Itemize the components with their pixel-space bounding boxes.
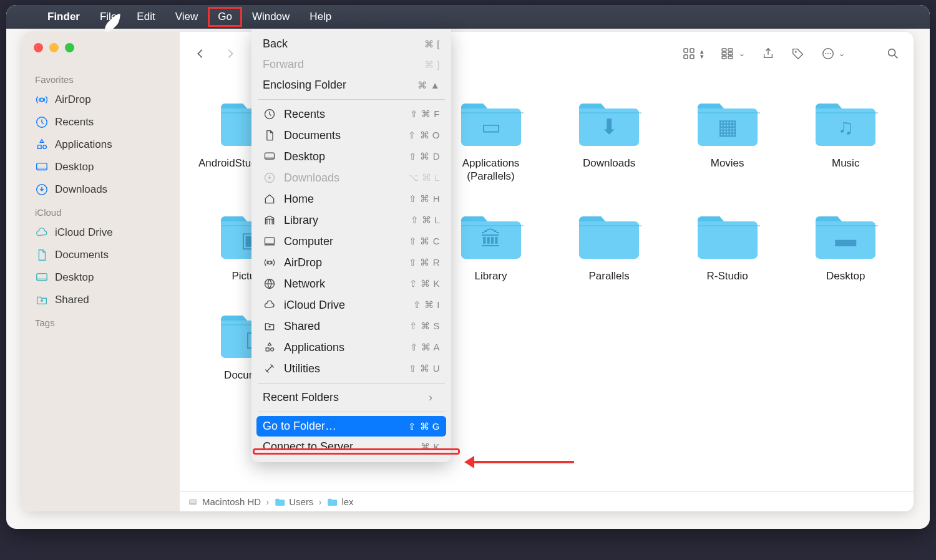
folder-item[interactable]: ▦Movies (678, 97, 777, 183)
chevron-right-icon: › (318, 496, 321, 507)
menu-app[interactable]: Finder (37, 7, 90, 27)
menu-shortcut: ⇧ ⌘ L (411, 215, 440, 226)
menu-item-recent-folders[interactable]: Recent Folders› (251, 387, 451, 408)
shared-icon (35, 293, 49, 307)
group-by-button[interactable]: ⌄ (720, 46, 745, 61)
path-segment[interactable]: Macintosh HD (187, 496, 261, 508)
menu-item-library[interactable]: Library⇧ ⌘ L (251, 210, 451, 231)
menu-item-home[interactable]: Home⇧ ⌘ H (251, 188, 451, 210)
folder-icon: ♫ (812, 97, 879, 150)
menu-item-label: Connect to Server… (263, 440, 413, 453)
view-mode-button[interactable]: ▴▾ (681, 46, 704, 61)
sidebar-item-shared[interactable]: Shared (29, 289, 173, 311)
sidebar-item-documents[interactable]: Documents (29, 244, 173, 266)
menu-shortcut: ⇧ ⌘ F (410, 109, 440, 120)
menu-view[interactable]: View (165, 7, 208, 27)
download-icon (35, 183, 49, 196)
folder-label: Movies (711, 157, 744, 170)
menu-item-icloud-drive[interactable]: iCloud Drive⇧ ⌘ I (251, 294, 451, 316)
menu-help[interactable]: Help (300, 7, 341, 27)
apps-icon (35, 138, 49, 152)
folder-icon: ▬ (812, 210, 879, 263)
menu-item-downloads[interactable]: Downloads⌥ ⌘ L (251, 167, 451, 188)
folder-item[interactable]: R-Studio (678, 210, 777, 282)
go-menu-dropdown: Back⌘ [Forward⌘ ]Enclosing Folder⌘ ▲Rece… (251, 29, 451, 462)
menu-window[interactable]: Window (242, 7, 300, 27)
back-button[interactable] (193, 47, 207, 60)
sidebar-item-airdrop[interactable]: AirDrop (29, 89, 173, 111)
folder-item[interactable]: Parallels (560, 210, 658, 282)
sidebar-item-desktop[interactable]: Desktop (29, 266, 173, 289)
path-segment[interactable]: Users (274, 496, 313, 508)
share-button[interactable] (761, 47, 775, 60)
menu-shortcut: ⇧ ⌘ O (408, 130, 440, 141)
airdrop-icon (35, 93, 49, 107)
desktop-icon (35, 160, 49, 174)
utilities-icon (263, 362, 276, 375)
menu-separator (258, 412, 445, 412)
sidebar-item-recents[interactable]: Recents (29, 111, 173, 133)
menu-shortcut: ⇧ ⌘ H (409, 193, 440, 205)
folder-item[interactable]: ⬇Downloads (560, 97, 658, 183)
menu-item-utilities[interactable]: Utilities⇧ ⌘ U (251, 358, 451, 379)
sidebar-item-downloads[interactable]: Downloads (29, 178, 173, 201)
apple-icon[interactable] (15, 10, 29, 24)
path-segment[interactable]: lex (326, 496, 353, 508)
download-icon (263, 171, 276, 185)
menu-shortcut: ⌘ ▲ (417, 80, 440, 91)
search-button[interactable] (886, 47, 900, 60)
sidebar-section-header: Favorites (29, 68, 173, 89)
menu-item-label: Recent Folders (263, 391, 421, 404)
shared-icon (263, 319, 276, 333)
menu-item-go-to-folder[interactable]: Go to Folder…⇧ ⌘ G (256, 416, 446, 437)
desktop-icon (263, 150, 276, 163)
menu-item-applications[interactable]: Applications⇧ ⌘ A (251, 337, 451, 358)
action-button[interactable]: ⌄ (821, 47, 845, 60)
folder-item[interactable]: ♫Music (796, 97, 895, 183)
sidebar-item-label: Downloads (55, 183, 107, 196)
menu-item-label: Network (284, 278, 402, 291)
home-icon (263, 192, 276, 206)
folder-label: Downloads (583, 157, 635, 170)
menu-item-desktop[interactable]: Desktop⇧ ⌘ D (251, 146, 451, 167)
menu-item-back[interactable]: Back⌘ [ (251, 34, 451, 54)
menu-item-documents[interactable]: Documents⇧ ⌘ O (251, 125, 451, 146)
close-button[interactable] (34, 43, 43, 52)
menu-item-label: Forward (263, 58, 417, 71)
menu-edit[interactable]: Edit (127, 7, 165, 27)
menu-item-network[interactable]: Network⇧ ⌘ K (251, 273, 451, 294)
folder-item[interactable]: ▬Desktop (796, 210, 895, 282)
traffic-lights (34, 43, 74, 52)
airdrop-icon (263, 256, 276, 269)
zoom-button[interactable] (65, 43, 74, 52)
forward-button[interactable] (223, 47, 237, 60)
sidebar-item-label: Recents (55, 116, 94, 128)
menu-shortcut: ⇧ ⌘ U (409, 363, 440, 374)
menu-item-recents[interactable]: Recents⇧ ⌘ F (251, 104, 451, 125)
menu-shortcut: ⌘ ] (424, 59, 440, 70)
menu-item-shared[interactable]: Shared⇧ ⌘ S (251, 316, 451, 337)
menu-shortcut: ⇧ ⌘ G (408, 421, 440, 432)
menu-item-enclosing-folder[interactable]: Enclosing Folder⌘ ▲ (251, 75, 451, 95)
folder-item[interactable]: ▭Applications (Parallels) (442, 97, 540, 183)
sidebar-item-desktop[interactable]: Desktop (29, 156, 173, 178)
menu-file[interactable]: File (90, 7, 127, 27)
sidebar-item-label: AirDrop (55, 94, 91, 106)
sidebar-item-icloud-drive[interactable]: iCloud Drive (29, 221, 173, 244)
menu-item-connect-to-server[interactable]: Connect to Server…⌘ K (251, 437, 451, 457)
document-icon (263, 128, 276, 142)
menu-go[interactable]: Go (208, 7, 242, 27)
menu-item-computer[interactable]: Computer⇧ ⌘ C (251, 231, 451, 252)
sidebar-item-applications[interactable]: Applications (29, 133, 173, 156)
menu-shortcut: ⇧ ⌘ A (410, 342, 440, 353)
clock-icon (35, 115, 49, 129)
menu-item-label: Home (284, 193, 401, 206)
folder-item[interactable]: 🏛Library (442, 210, 540, 282)
tags-button[interactable] (791, 47, 805, 60)
minimize-button[interactable] (49, 43, 59, 52)
clock-icon (263, 107, 276, 121)
menu-shortcut: ⇧ ⌘ I (413, 299, 440, 311)
menu-shortcut: ⌥ ⌘ L (408, 172, 440, 183)
menu-item-airdrop[interactable]: AirDrop⇧ ⌘ R (251, 252, 451, 273)
menu-item-forward[interactable]: Forward⌘ ] (251, 54, 451, 75)
